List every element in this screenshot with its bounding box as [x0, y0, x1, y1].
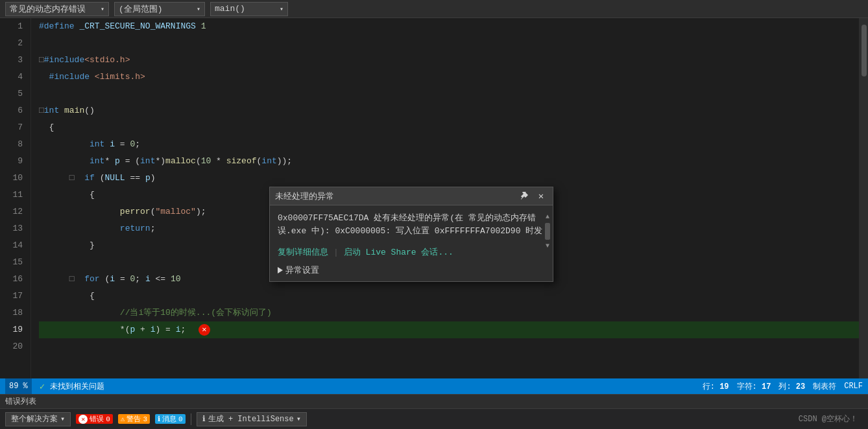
exception-expand-section[interactable]: 异常设置	[270, 263, 553, 281]
error-count-badge[interactable]: ✕ 错误 0	[76, 414, 113, 424]
file-dropdown-label: 常见的动态内存错误	[10, 3, 86, 15]
build-intellisense-btn[interactable]: ℹ 生成 + IntelliSense ▾	[197, 412, 307, 426]
status-right: 行: 19 字符: 17 列: 23 制表符 CRLF	[703, 381, 863, 392]
code-span: i	[176, 321, 181, 338]
code-span: }	[90, 237, 95, 254]
no-issues-icon: ✓	[40, 381, 45, 392]
copy-details-link[interactable]: 复制详细信息	[278, 246, 328, 258]
scope-dropdown-label: 整个解决方案	[11, 413, 58, 424]
fold-icon-16[interactable]: □	[69, 271, 75, 288]
panel-separator	[191, 413, 191, 425]
editor-area: 1 2 3 4 5 6 7 8 9 10 11 12 13 14 15 16 1…	[0, 18, 868, 378]
code-span: ;	[135, 271, 145, 288]
code-span: 0	[130, 136, 135, 153]
code-span: ==	[125, 170, 145, 187]
code-span: {	[49, 119, 54, 136]
code-span: 0	[130, 271, 135, 288]
status-bar: 89 % ✓ 未找到相关问题 行: 19 字符: 17 列: 23 制表符 CR…	[0, 378, 868, 394]
code-line-7: {	[39, 119, 859, 136]
code-span: perror	[120, 203, 151, 220]
code-line-2	[39, 35, 859, 52]
scope-dropdown-label: (全局范围)	[119, 3, 163, 15]
vertical-scrollbar[interactable]	[859, 18, 868, 378]
function-dropdown-label: main()	[215, 4, 245, 14]
code-span: _CRT_SECURE_NO_WARNINGS	[79, 18, 195, 35]
build-label: 生成 + IntelliSense	[208, 413, 294, 424]
code-span: 10	[201, 153, 211, 170]
eol-label: 制表符	[813, 381, 836, 392]
exception-dialog-actions: ✕	[518, 190, 548, 203]
code-line-3: □#include<stdio.h>	[39, 52, 859, 69]
function-dropdown[interactable]: main() ▾	[210, 2, 288, 16]
scrollbar-thumb[interactable]	[862, 25, 867, 76]
exception-scroll-up-button[interactable]: ▲	[545, 212, 550, 222]
code-span: ;	[151, 220, 156, 237]
build-icon: ℹ	[202, 414, 206, 424]
line-num-13: 13	[5, 220, 23, 237]
exception-scroll-track[interactable]	[545, 223, 550, 240]
code-span: = (	[120, 153, 140, 170]
code-span: malloc	[165, 153, 196, 170]
encoding-label: CRLF	[844, 382, 863, 391]
exception-pin-button[interactable]	[518, 190, 531, 203]
line-num-15: 15	[5, 254, 23, 271]
expand-triangle-icon	[278, 267, 283, 273]
message-count-badge[interactable]: ℹ 消息 0	[155, 414, 186, 424]
line-num-19: 19	[5, 321, 23, 338]
code-span: {	[90, 288, 95, 305]
code-span: #define	[39, 18, 79, 35]
line-num-1: 1	[5, 18, 23, 35]
code-span: (	[196, 153, 201, 170]
code-span: i	[145, 271, 151, 288]
exception-close-button[interactable]: ✕	[535, 190, 548, 203]
warning-triangle-icon: ⚠	[121, 415, 125, 423]
exception-scroll-down-button[interactable]: ▼	[545, 241, 550, 251]
code-span: (	[257, 153, 262, 170]
code-span: #include	[49, 69, 95, 86]
line-num-5: 5	[5, 86, 23, 102]
exception-body-text: 0x00007FF75AEC17DA 处有未经处理的异常(在 常见的动态内存错误…	[278, 213, 542, 236]
code-span: +	[135, 321, 150, 338]
code-line-4: #include <limits.h>	[39, 69, 859, 86]
code-line-20	[39, 338, 859, 355]
scope-dropdown-btn[interactable]: 整个解决方案 ▾	[5, 412, 71, 426]
code-span: <limits.h>	[95, 69, 145, 86]
code-span: =	[115, 271, 130, 288]
code-line-5	[39, 86, 859, 102]
exception-scrollbar[interactable]: ▲ ▼	[545, 212, 550, 251]
exception-links: 复制详细信息 | 启动 Live Share 会话...	[270, 244, 553, 263]
fold-icon-3[interactable]: □	[39, 52, 44, 69]
code-span: for	[84, 271, 104, 288]
code-span: main	[64, 102, 84, 119]
message-label: 消息	[162, 414, 176, 424]
line-num-10: 10	[5, 170, 23, 187]
exception-dialog-header: 未经处理的异常 ✕	[270, 187, 553, 205]
error-list-header: 错误列表	[0, 395, 868, 409]
zoom-level[interactable]: 89 %	[5, 378, 32, 394]
live-share-link[interactable]: 启动 Live Share 会话...	[344, 246, 453, 258]
status-left: ✓ 未找到相关问题	[40, 381, 104, 392]
file-dropdown[interactable]: 常见的动态内存错误 ▾	[5, 2, 109, 16]
code-span: ) =	[155, 321, 175, 338]
fold-icon-6[interactable]: □	[39, 102, 44, 119]
code-span: return	[120, 220, 151, 237]
code-span: p	[145, 170, 151, 187]
line-numbers: 1 2 3 4 5 6 7 8 9 10 11 12 13 14 15 16 1…	[0, 18, 31, 378]
code-span	[196, 18, 201, 35]
no-issues-label: 未找到相关问题	[50, 381, 104, 392]
warning-count-badge[interactable]: ⚠ 警告 3	[118, 414, 150, 424]
code-span: i	[151, 321, 156, 338]
error-list-toolbar: 整个解决方案 ▾ ✕ 错误 0 ⚠ 警告 3 ℹ 消息 0 ℹ 生成 + Int…	[0, 409, 868, 429]
code-span: //当i等于10的时候...(会下标访问了)	[120, 305, 272, 321]
top-toolbar: 常见的动态内存错误 ▾ (全局范围) ▾ main() ▾	[0, 0, 868, 18]
line-num-9: 9	[5, 153, 23, 170]
code-span: *	[211, 153, 226, 170]
scope-dropdown[interactable]: (全局范围) ▾	[114, 2, 205, 16]
code-span: ()	[84, 102, 95, 119]
fold-icon-10[interactable]: □	[69, 170, 75, 187]
code-span: (	[104, 271, 110, 288]
char-label: 字符: 17	[737, 381, 771, 392]
message-count: 0	[178, 415, 183, 423]
code-span: i	[110, 271, 115, 288]
warning-label: 警告	[127, 414, 141, 424]
